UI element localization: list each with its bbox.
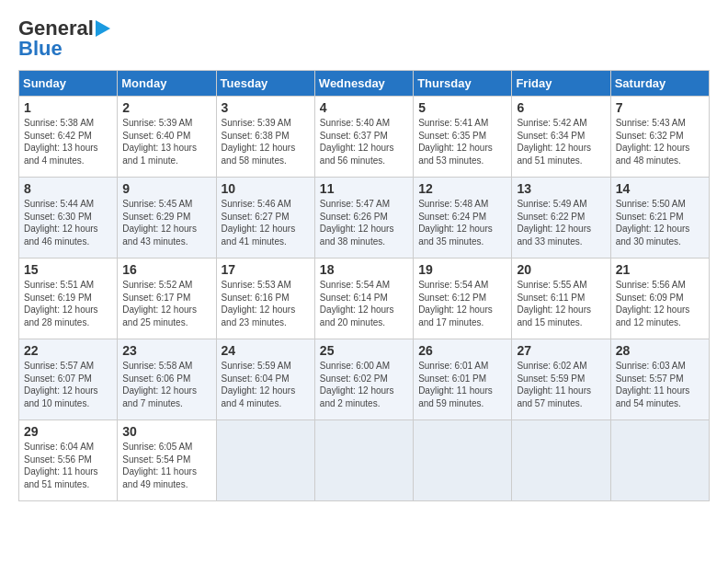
week-row-2: 8 Sunrise: 5:44 AM Sunset: 6:30 PM Dayli… — [19, 178, 710, 259]
day-cell: 17 Sunrise: 5:53 AM Sunset: 6:16 PM Dayl… — [216, 259, 314, 339]
day-number: 21 — [616, 262, 704, 277]
day-cell — [512, 420, 610, 501]
week-row-4: 22 Sunrise: 5:57 AM Sunset: 6:07 PM Dayl… — [19, 339, 710, 420]
day-number: 8 — [24, 181, 112, 196]
day-cell: 28 Sunrise: 6:03 AM Sunset: 5:57 PM Dayl… — [610, 339, 709, 420]
logo-arrow-icon — [96, 20, 116, 37]
day-cell: 15 Sunrise: 5:51 AM Sunset: 6:19 PM Dayl… — [19, 259, 118, 339]
cell-details: Sunrise: 5:40 AM Sunset: 6:37 PM Dayligh… — [320, 117, 408, 167]
cell-details: Sunrise: 5:56 AM Sunset: 6:09 PM Dayligh… — [616, 279, 704, 328]
col-header-sunday: Sunday — [19, 71, 118, 97]
day-cell: 25 Sunrise: 6:00 AM Sunset: 6:02 PM Dayl… — [314, 339, 413, 420]
day-cell: 12 Sunrise: 5:48 AM Sunset: 6:24 PM Dayl… — [414, 178, 512, 259]
day-number: 29 — [24, 424, 112, 439]
day-number: 23 — [122, 343, 210, 358]
day-cell: 16 Sunrise: 5:52 AM Sunset: 6:17 PM Dayl… — [118, 259, 216, 339]
calendar-header-row: SundayMondayTuesdayWednesdayThursdayFrid… — [19, 71, 710, 97]
day-cell: 3 Sunrise: 5:39 AM Sunset: 6:38 PM Dayli… — [216, 97, 314, 178]
day-cell: 27 Sunrise: 6:02 AM Sunset: 5:59 PM Dayl… — [512, 339, 610, 420]
day-cell: 5 Sunrise: 5:41 AM Sunset: 6:35 PM Dayli… — [414, 97, 512, 178]
day-number: 16 — [122, 262, 210, 277]
week-row-3: 15 Sunrise: 5:51 AM Sunset: 6:19 PM Dayl… — [19, 259, 710, 339]
day-number: 26 — [418, 343, 506, 358]
week-row-5: 29 Sunrise: 6:04 AM Sunset: 5:56 PM Dayl… — [19, 420, 710, 501]
day-number: 13 — [517, 181, 605, 196]
cell-details: Sunrise: 5:50 AM Sunset: 6:21 PM Dayligh… — [616, 198, 704, 247]
cell-details: Sunrise: 6:00 AM Sunset: 6:02 PM Dayligh… — [320, 360, 408, 409]
cell-details: Sunrise: 5:46 AM Sunset: 6:27 PM Dayligh… — [222, 198, 310, 247]
svg-marker-0 — [96, 20, 110, 37]
cell-details: Sunrise: 6:04 AM Sunset: 5:56 PM Dayligh… — [24, 441, 112, 490]
day-cell: 30 Sunrise: 6:05 AM Sunset: 5:54 PM Dayl… — [118, 420, 216, 501]
day-number: 12 — [418, 181, 506, 196]
day-number: 19 — [418, 262, 506, 277]
day-number: 6 — [517, 100, 605, 115]
cell-details: Sunrise: 5:42 AM Sunset: 6:34 PM Dayligh… — [517, 117, 605, 167]
cell-details: Sunrise: 5:47 AM Sunset: 6:26 PM Dayligh… — [320, 198, 408, 247]
cell-details: Sunrise: 5:51 AM Sunset: 6:19 PM Dayligh… — [24, 279, 112, 328]
day-number: 28 — [616, 343, 704, 358]
day-cell: 19 Sunrise: 5:54 AM Sunset: 6:12 PM Dayl… — [414, 259, 512, 339]
col-header-monday: Monday — [118, 71, 216, 97]
day-cell: 9 Sunrise: 5:45 AM Sunset: 6:29 PM Dayli… — [118, 178, 216, 259]
week-row-1: 1 Sunrise: 5:38 AM Sunset: 6:42 PM Dayli… — [19, 97, 710, 178]
day-number: 18 — [320, 262, 408, 277]
day-number: 7 — [616, 100, 704, 115]
day-cell: 11 Sunrise: 5:47 AM Sunset: 6:26 PM Dayl… — [314, 178, 413, 259]
day-number: 11 — [320, 181, 408, 196]
day-cell: 13 Sunrise: 5:49 AM Sunset: 6:22 PM Dayl… — [512, 178, 610, 259]
day-number: 10 — [222, 181, 310, 196]
day-cell: 8 Sunrise: 5:44 AM Sunset: 6:30 PM Dayli… — [19, 178, 118, 259]
cell-details: Sunrise: 5:45 AM Sunset: 6:29 PM Dayligh… — [122, 198, 210, 247]
cell-details: Sunrise: 5:57 AM Sunset: 6:07 PM Dayligh… — [24, 360, 112, 409]
day-number: 30 — [122, 424, 210, 439]
day-cell — [414, 420, 512, 501]
day-number: 5 — [418, 100, 506, 115]
cell-details: Sunrise: 6:03 AM Sunset: 5:57 PM Dayligh… — [616, 360, 704, 409]
col-header-saturday: Saturday — [610, 71, 709, 97]
cell-details: Sunrise: 5:49 AM Sunset: 6:22 PM Dayligh… — [517, 198, 605, 247]
day-number: 27 — [517, 343, 605, 358]
cell-details: Sunrise: 5:55 AM Sunset: 6:11 PM Dayligh… — [517, 279, 605, 328]
cell-details: Sunrise: 5:54 AM Sunset: 6:14 PM Dayligh… — [320, 279, 408, 328]
day-number: 25 — [320, 343, 408, 358]
logo-blue: Blue — [18, 37, 63, 61]
cell-details: Sunrise: 5:39 AM Sunset: 6:38 PM Dayligh… — [222, 117, 310, 167]
day-number: 14 — [616, 181, 704, 196]
day-cell — [610, 420, 709, 501]
cell-details: Sunrise: 5:44 AM Sunset: 6:30 PM Dayligh… — [24, 198, 112, 247]
day-cell: 23 Sunrise: 5:58 AM Sunset: 6:06 PM Dayl… — [118, 339, 216, 420]
day-cell: 14 Sunrise: 5:50 AM Sunset: 6:21 PM Dayl… — [610, 178, 709, 259]
col-header-tuesday: Tuesday — [216, 71, 314, 97]
day-number: 20 — [517, 262, 605, 277]
day-number: 4 — [320, 100, 408, 115]
cell-details: Sunrise: 6:01 AM Sunset: 6:01 PM Dayligh… — [418, 360, 506, 409]
col-header-friday: Friday — [512, 71, 610, 97]
day-cell: 24 Sunrise: 5:59 AM Sunset: 6:04 PM Dayl… — [216, 339, 314, 420]
day-number: 22 — [24, 343, 112, 358]
day-number: 17 — [222, 262, 310, 277]
header: General Blue — [18, 17, 710, 61]
cell-details: Sunrise: 5:48 AM Sunset: 6:24 PM Dayligh… — [418, 198, 506, 247]
day-cell: 29 Sunrise: 6:04 AM Sunset: 5:56 PM Dayl… — [19, 420, 118, 501]
day-number: 15 — [24, 262, 112, 277]
day-cell: 10 Sunrise: 5:46 AM Sunset: 6:27 PM Dayl… — [216, 178, 314, 259]
day-cell: 22 Sunrise: 5:57 AM Sunset: 6:07 PM Dayl… — [19, 339, 118, 420]
col-header-thursday: Thursday — [414, 71, 512, 97]
cell-details: Sunrise: 5:59 AM Sunset: 6:04 PM Dayligh… — [222, 360, 310, 409]
day-cell: 7 Sunrise: 5:43 AM Sunset: 6:32 PM Dayli… — [610, 97, 709, 178]
calendar-table: SundayMondayTuesdayWednesdayThursdayFrid… — [18, 70, 710, 501]
cell-details: Sunrise: 5:53 AM Sunset: 6:16 PM Dayligh… — [222, 279, 310, 328]
day-cell: 6 Sunrise: 5:42 AM Sunset: 6:34 PM Dayli… — [512, 97, 610, 178]
cell-details: Sunrise: 5:58 AM Sunset: 6:06 PM Dayligh… — [122, 360, 210, 409]
cell-details: Sunrise: 5:38 AM Sunset: 6:42 PM Dayligh… — [24, 117, 112, 167]
day-cell: 21 Sunrise: 5:56 AM Sunset: 6:09 PM Dayl… — [610, 259, 709, 339]
day-cell — [216, 420, 314, 501]
cell-details: Sunrise: 5:52 AM Sunset: 6:17 PM Dayligh… — [122, 279, 210, 328]
cell-details: Sunrise: 5:41 AM Sunset: 6:35 PM Dayligh… — [418, 117, 506, 167]
day-number: 3 — [222, 100, 310, 115]
calendar-body: 1 Sunrise: 5:38 AM Sunset: 6:42 PM Dayli… — [19, 97, 710, 501]
day-number: 2 — [122, 100, 210, 115]
day-cell: 4 Sunrise: 5:40 AM Sunset: 6:37 PM Dayli… — [314, 97, 413, 178]
cell-details: Sunrise: 6:02 AM Sunset: 5:59 PM Dayligh… — [517, 360, 605, 409]
